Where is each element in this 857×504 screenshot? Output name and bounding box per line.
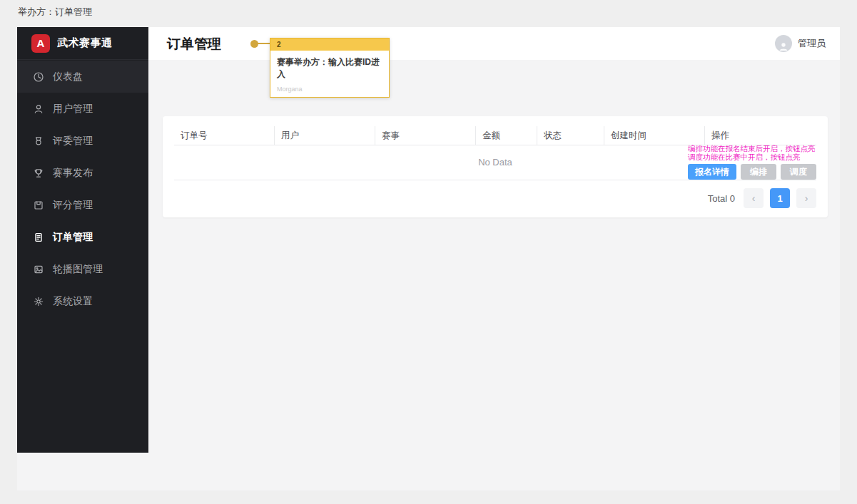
sidebar: A 武术赛事通 仪表盘 用户管理 bbox=[17, 27, 148, 453]
app-title: 武术赛事通 bbox=[57, 36, 113, 50]
sidebar-item-label: 用户管理 bbox=[53, 103, 93, 115]
pagination: Total 0 ‹ 1 › bbox=[708, 188, 816, 208]
app-logo: A bbox=[31, 34, 50, 53]
sidebar-item-label: 系统设置 bbox=[53, 295, 93, 308]
column-header-order-no: 订单号 bbox=[174, 126, 275, 145]
column-header-amount: 金额 bbox=[476, 126, 537, 145]
sidebar-item-label: 评委管理 bbox=[53, 135, 93, 148]
pagination-page-1[interactable]: 1 bbox=[770, 188, 790, 208]
sidebar-item-label: 评分管理 bbox=[53, 199, 93, 212]
pagination-total: Total 0 bbox=[708, 193, 735, 204]
user-icon bbox=[33, 103, 44, 115]
orders-table: 订单号 用户 赛事 金额 状态 创建时间 操作 No Data 编排功能在报名结… bbox=[174, 126, 816, 180]
action-note-line1: 编排功能在报名结束后开启，按钮点亮 bbox=[688, 144, 816, 153]
person-icon bbox=[778, 41, 789, 52]
table-empty-row: No Data 编排功能在报名结束后开启，按钮点亮 调度功能在比赛中开启，按钮点… bbox=[174, 145, 816, 180]
user-label: 管理员 bbox=[798, 37, 826, 50]
save-icon bbox=[33, 200, 44, 211]
annotation-text: 赛事举办方：输入比赛ID进入 bbox=[270, 51, 389, 81]
annotation-connector bbox=[258, 43, 270, 44]
breadcrumb: 举办方：订单管理 bbox=[18, 6, 92, 19]
screenshot-canvas: 举办方：订单管理 A 武术赛事通 仪表盘 用户管理 bbox=[0, 0, 857, 504]
sidebar-item-scoring[interactable]: 评分管理 bbox=[17, 189, 148, 221]
gear-icon bbox=[33, 296, 44, 307]
pagination-next-button[interactable]: › bbox=[796, 188, 816, 208]
sidebar-item-label: 订单管理 bbox=[53, 231, 93, 244]
sidebar-item-label: 赛事发布 bbox=[53, 167, 93, 180]
action-note-line2: 调度功能在比赛中开启，按钮点亮 bbox=[688, 153, 816, 161]
column-header-user: 用户 bbox=[275, 126, 375, 145]
arrange-button[interactable]: 编排 bbox=[741, 164, 776, 180]
orders-table-card: 订单号 用户 赛事 金额 状态 创建时间 操作 No Data 编排功能在报名结… bbox=[163, 116, 828, 217]
avatar bbox=[775, 35, 792, 52]
sidebar-item-users[interactable]: 用户管理 bbox=[17, 93, 148, 125]
sidebar-item-settings[interactable]: 系统设置 bbox=[17, 285, 148, 317]
annotation-card[interactable]: 2 赛事举办方：输入比赛ID进入 Morgana bbox=[270, 38, 390, 98]
signup-detail-button[interactable]: 报名详情 bbox=[688, 164, 736, 180]
column-header-actions: 操作 bbox=[705, 126, 816, 145]
sidebar-item-judges[interactable]: 评委管理 bbox=[17, 125, 148, 157]
table-header-row: 订单号 用户 赛事 金额 状态 创建时间 操作 bbox=[174, 126, 816, 145]
sidebar-item-label: 轮播图管理 bbox=[53, 263, 103, 276]
annotation-author: Morgana bbox=[277, 86, 303, 93]
app-frame: A 武术赛事通 仪表盘 用户管理 bbox=[17, 27, 840, 490]
trophy-icon bbox=[33, 168, 44, 179]
actions-cell: 编排功能在报名结束后开启，按钮点亮 调度功能在比赛中开启，按钮点亮 报名详情 编… bbox=[688, 144, 816, 180]
document-icon bbox=[33, 232, 44, 243]
dispatch-button[interactable]: 调度 bbox=[781, 164, 816, 180]
annotation-number: 2 bbox=[270, 38, 389, 51]
image-icon bbox=[33, 264, 44, 275]
sidebar-item-carousel[interactable]: 轮播图管理 bbox=[17, 253, 148, 285]
column-header-status: 状态 bbox=[537, 126, 604, 145]
sidebar-item-orders[interactable]: 订单管理 bbox=[17, 221, 148, 253]
dashboard-icon bbox=[33, 71, 44, 83]
sidebar-item-events[interactable]: 赛事发布 bbox=[17, 157, 148, 189]
action-buttons: 报名详情 编排 调度 bbox=[688, 164, 816, 180]
sidebar-item-label: 仪表盘 bbox=[53, 71, 83, 83]
column-header-event: 赛事 bbox=[375, 126, 476, 145]
page-title: 订单管理 bbox=[167, 35, 221, 53]
user-menu[interactable]: 管理员 bbox=[775, 35, 826, 52]
sidebar-item-dashboard[interactable]: 仪表盘 bbox=[17, 61, 148, 93]
logo-row: A 武术赛事通 bbox=[17, 27, 148, 60]
pagination-prev-button[interactable]: ‹ bbox=[744, 188, 764, 208]
column-header-created: 创建时间 bbox=[604, 126, 705, 145]
sidebar-menu: 仪表盘 用户管理 评委管理 bbox=[17, 61, 148, 317]
medal-icon bbox=[33, 135, 44, 147]
